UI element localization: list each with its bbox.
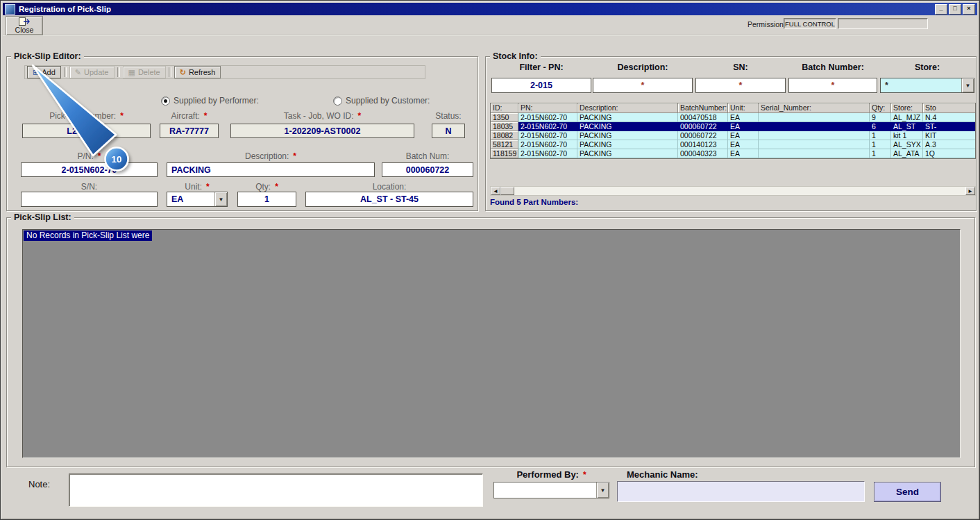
stock-grid-col-header[interactable]: ID: bbox=[491, 103, 518, 113]
filter-store-select[interactable]: * ▼ bbox=[880, 78, 974, 93]
stock-grid-col-header[interactable]: Sto bbox=[923, 103, 976, 113]
grid-cell[interactable]: 2-015N602-70 bbox=[518, 122, 577, 131]
scrollbar-track[interactable] bbox=[514, 187, 965, 195]
grid-cell[interactable]: PACKING bbox=[577, 149, 678, 158]
grid-cell[interactable] bbox=[759, 140, 870, 149]
stock-grid[interactable]: ID:PN:Description:BatchNumber:Unit:Seria… bbox=[490, 103, 976, 159]
grid-cell[interactable]: 2-015N602-70 bbox=[518, 131, 577, 140]
grid-cell[interactable]: 2-015N602-70 bbox=[518, 140, 577, 149]
grid-cell[interactable] bbox=[759, 113, 870, 122]
grid-cell[interactable] bbox=[759, 131, 870, 140]
grid-cell[interactable]: EA bbox=[728, 113, 759, 122]
grid-cell[interactable]: AL_MJZ bbox=[891, 113, 923, 122]
grid-cell[interactable]: AL_ST bbox=[891, 122, 923, 131]
scrollbar-thumb[interactable] bbox=[500, 187, 514, 195]
grid-cell[interactable]: 6 bbox=[870, 122, 891, 131]
stock-grid-col-header[interactable]: Description: bbox=[577, 103, 678, 113]
stock-grid-col-header[interactable]: Qty: bbox=[870, 103, 891, 113]
grid-cell[interactable]: 1 bbox=[870, 149, 891, 158]
stock-grid-col-header[interactable]: Unit: bbox=[728, 103, 759, 113]
grid-cell[interactable]: PACKING bbox=[577, 131, 678, 140]
grid-cell[interactable]: EA bbox=[728, 140, 759, 149]
grid-cell[interactable]: AL_SYX bbox=[891, 140, 923, 149]
pick-slip-list[interactable]: No Records in Pick-Slip List were bbox=[22, 229, 961, 458]
grid-cell[interactable]: 2-015N602-70 bbox=[518, 149, 577, 158]
pn-field[interactable]: 2-015N602-70 bbox=[21, 162, 158, 177]
status-field[interactable]: N bbox=[432, 124, 465, 138]
radio-icon[interactable] bbox=[161, 97, 170, 106]
stock-grid-row[interactable]: 180822-015N602-70PACKING000060722EA1kit … bbox=[491, 131, 975, 140]
grid-cell[interactable]: EA bbox=[728, 149, 759, 158]
stock-grid-col-header[interactable]: PN: bbox=[518, 103, 577, 113]
grid-cell[interactable]: KIT bbox=[923, 131, 976, 140]
grid-cell[interactable]: 2-015N602-70 bbox=[518, 113, 577, 122]
grid-cell[interactable]: kit 1 bbox=[891, 131, 923, 140]
delete-button[interactable]: ▦ Delete bbox=[123, 66, 166, 78]
chevron-down-icon[interactable]: ▼ bbox=[596, 483, 609, 498]
chevron-down-icon[interactable]: ▼ bbox=[214, 192, 227, 206]
grid-cell[interactable]: 000040323 bbox=[678, 149, 728, 158]
close-window-icon[interactable]: × bbox=[963, 4, 975, 15]
row-header-cell[interactable]: 1350 bbox=[491, 113, 518, 122]
row-header-cell[interactable]: 18035 bbox=[491, 122, 518, 131]
grid-cell[interactable]: N.4 bbox=[923, 113, 976, 122]
grid-cell[interactable]: 1 bbox=[870, 131, 891, 140]
grid-cell[interactable] bbox=[759, 122, 870, 131]
stock-grid-col-header[interactable]: Serial_Number: bbox=[759, 103, 870, 113]
task-field[interactable]: 1-202209-AST0002 bbox=[230, 124, 414, 138]
row-header-cell[interactable]: 118159 bbox=[491, 149, 518, 158]
stock-grid-row[interactable]: 13502-015N602-70PACKING000470518EA9AL_MJ… bbox=[491, 113, 975, 122]
qty-field[interactable]: 1 bbox=[237, 192, 296, 207]
performed-by-select[interactable]: ▼ bbox=[493, 482, 609, 498]
filter-pn-input[interactable]: 2-015 bbox=[491, 78, 591, 93]
grid-cell[interactable]: AL_ATA bbox=[891, 149, 923, 158]
stock-grid-hscrollbar[interactable]: ◄ ► bbox=[490, 186, 976, 196]
scroll-left-icon[interactable]: ◄ bbox=[491, 187, 500, 195]
unit-select[interactable]: EA ▼ bbox=[167, 192, 228, 207]
grid-cell[interactable]: 000470518 bbox=[678, 113, 728, 122]
minimize-icon[interactable]: _ bbox=[935, 4, 947, 15]
stock-grid-col-header[interactable]: Store: bbox=[891, 103, 923, 113]
row-header-cell[interactable]: 58121 bbox=[491, 140, 518, 149]
close-button[interactable]: Close bbox=[6, 16, 43, 35]
stock-grid-row[interactable]: 1181592-015N602-70PACKING000040323EA1AL_… bbox=[491, 149, 975, 158]
grid-cell[interactable]: ST- bbox=[923, 122, 976, 131]
grid-cell[interactable]: EA bbox=[728, 131, 759, 140]
grid-cell[interactable]: EA bbox=[728, 122, 759, 131]
filter-sn-input[interactable]: * bbox=[695, 78, 786, 93]
chevron-down-icon[interactable]: ▼ bbox=[961, 78, 974, 92]
send-button[interactable]: Send bbox=[874, 482, 941, 502]
list-item[interactable]: No Records in Pick-Slip List were bbox=[24, 230, 152, 241]
grid-cell[interactable]: PACKING bbox=[577, 113, 678, 122]
supplied-by-customer-option[interactable]: Supplied by Customer: bbox=[333, 96, 430, 106]
refresh-button[interactable]: ↻ Refresh bbox=[174, 66, 221, 78]
row-header-cell[interactable]: 18082 bbox=[491, 131, 518, 140]
filter-description-input[interactable]: * bbox=[593, 78, 693, 93]
sn-field[interactable] bbox=[21, 192, 158, 207]
grid-cell[interactable]: PACKING bbox=[577, 122, 678, 131]
grid-cell[interactable]: A.3 bbox=[923, 140, 976, 149]
grid-cell[interactable]: 000060722 bbox=[678, 131, 728, 140]
grid-cell[interactable]: 1Q bbox=[923, 149, 976, 158]
grid-cell[interactable]: 1 bbox=[870, 140, 891, 149]
batch-field[interactable]: 000060722 bbox=[382, 162, 473, 177]
supplied-by-performer-option[interactable]: Supplied by Performer: bbox=[161, 96, 259, 106]
location-field[interactable]: AL_ST - ST-45 bbox=[305, 192, 473, 207]
description-field[interactable]: PACKING bbox=[167, 162, 375, 177]
aircraft-field[interactable]: RA-77777 bbox=[160, 124, 219, 138]
stock-grid-row[interactable]: 180352-015N602-70PACKING000060722EA6AL_S… bbox=[491, 122, 975, 131]
pick-slip-number-field[interactable]: L2276101 bbox=[22, 124, 151, 138]
filter-batch-input[interactable]: * bbox=[788, 78, 877, 93]
mechanic-name-input[interactable] bbox=[617, 481, 865, 502]
stock-grid-row[interactable]: 581212-015N602-70PACKING000140123EA1AL_S… bbox=[491, 140, 975, 149]
grid-cell[interactable]: 9 bbox=[870, 113, 891, 122]
maximize-icon[interactable]: □ bbox=[949, 4, 961, 15]
update-button[interactable]: ✎ Update bbox=[69, 66, 115, 78]
radio-icon[interactable] bbox=[333, 97, 342, 106]
grid-cell[interactable]: 000140123 bbox=[678, 140, 728, 149]
add-button[interactable]: ⊞ Add bbox=[27, 66, 61, 78]
note-input[interactable] bbox=[69, 473, 483, 507]
grid-cell[interactable]: PACKING bbox=[577, 140, 678, 149]
grid-cell[interactable] bbox=[759, 149, 870, 158]
scroll-right-icon[interactable]: ► bbox=[965, 187, 975, 195]
